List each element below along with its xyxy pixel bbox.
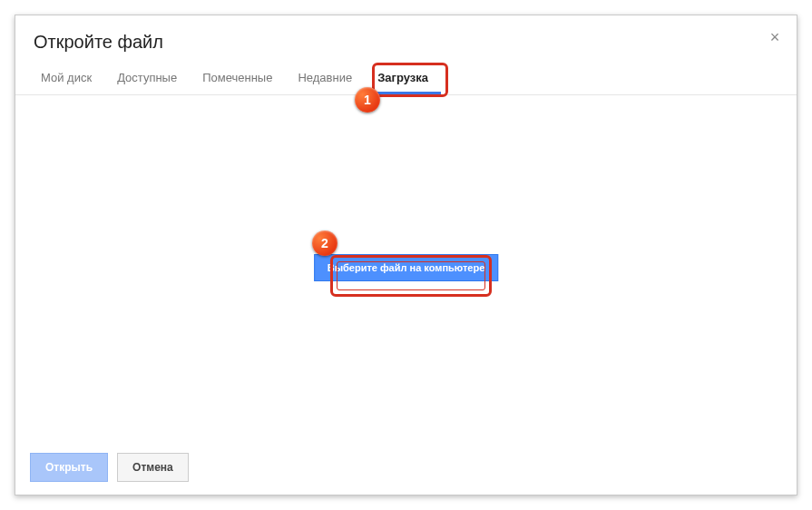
dialog-header: Откройте файл ×	[15, 15, 797, 62]
open-button-label: Открыть	[45, 461, 93, 474]
dialog-body: Выберите файл на компьютере	[15, 95, 797, 440]
select-file-button-label: Выберите файл на компьютере	[328, 262, 485, 273]
tab-label: Недавние	[298, 71, 352, 84]
tab-starred[interactable]: Помеченные	[190, 62, 285, 94]
dialog-footer: Открыть Отмена	[15, 440, 797, 495]
tab-recent[interactable]: Недавние	[285, 62, 365, 94]
close-icon[interactable]: ×	[766, 28, 784, 46]
tab-shared[interactable]: Доступные	[104, 62, 190, 94]
dialog-title: Откройте файл	[34, 32, 778, 53]
select-file-button[interactable]: Выберите файл на компьютере	[314, 254, 499, 281]
open-button[interactable]: Открыть	[30, 453, 108, 482]
tab-label: Мой диск	[41, 71, 92, 84]
cancel-button-label: Отмена	[132, 461, 173, 474]
tab-label: Загрузка	[377, 71, 428, 84]
tab-upload[interactable]: Загрузка	[365, 62, 441, 94]
file-picker-dialog: Откройте файл × Мой диск Доступные Помеч…	[15, 15, 797, 495]
tab-label: Доступные	[117, 71, 177, 84]
tab-bar: Мой диск Доступные Помеченные Недавние З…	[15, 62, 797, 95]
cancel-button[interactable]: Отмена	[117, 453, 189, 482]
tab-label: Помеченные	[202, 71, 272, 84]
tab-my-drive[interactable]: Мой диск	[28, 62, 104, 94]
